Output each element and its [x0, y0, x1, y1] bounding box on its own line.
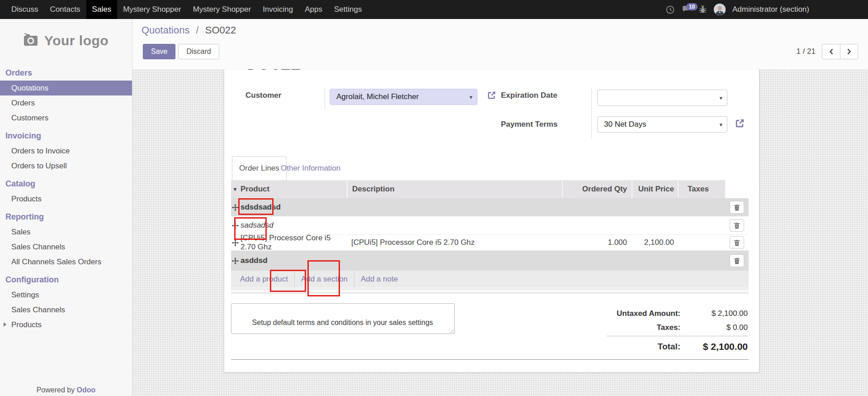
tab-order-lines[interactable]: Order Lines	[232, 156, 287, 180]
nav-item-discuss[interactable]: Discuss	[5, 0, 44, 19]
horizontal-scrollbar[interactable]	[231, 289, 749, 293]
customer-field[interactable]: Agrolait, Michel Fletcher ▾	[330, 89, 477, 105]
delete-row-button[interactable]	[730, 219, 744, 232]
table-row-section-1[interactable]: sdsdsadsd	[231, 198, 749, 216]
section-title-reporting: Reporting	[0, 210, 132, 224]
customer-external-link-icon[interactable]	[486, 90, 497, 102]
messages-icon[interactable]: 10	[682, 5, 692, 14]
table-row-note[interactable]: sadsadsd	[231, 216, 749, 234]
section-name-cell[interactable]: sdsdsadsd	[239, 198, 347, 216]
note-text-cell[interactable]: sadsadsd	[239, 216, 347, 234]
sidebar-item-products-config[interactable]: Products	[0, 317, 132, 332]
qty-cell	[562, 251, 632, 271]
payment-terms-value: 30 Net Days	[604, 120, 646, 129]
total-value: $ 2,100.00	[680, 338, 748, 355]
sidebar-item-products[interactable]: Products	[0, 191, 132, 206]
terms-and-conditions-textarea[interactable]: Setup default terms and conditions in yo…	[231, 303, 455, 334]
odoo-brand-link[interactable]: Odoo	[77, 386, 96, 394]
description-cell	[347, 198, 562, 216]
add-a-section-link[interactable]: Add a section	[295, 274, 354, 285]
price-cell	[632, 251, 678, 271]
table-row-product[interactable]: [CPUi5] Processor Core i5 2.70 Ghz [CPUi…	[231, 234, 749, 251]
user-avatar[interactable]	[714, 4, 726, 15]
debug-bug-icon[interactable]	[698, 5, 707, 14]
payment-terms-field[interactable]: 30 Net Days ▾	[597, 116, 727, 133]
delete-row-button[interactable]	[730, 254, 744, 267]
add-a-note-link[interactable]: Add a note	[354, 274, 404, 285]
payment-terms-external-link-icon[interactable]	[734, 118, 745, 131]
record-pager: 1 / 21	[796, 44, 858, 59]
column-header-taxes[interactable]: Taxes	[678, 180, 725, 198]
nav-item-sales[interactable]: Sales	[86, 0, 118, 19]
qty-cell	[562, 198, 632, 216]
tab-other-information[interactable]: Other Information	[281, 156, 340, 180]
sidebar-item-sales-channels-report[interactable]: Sales Channels	[0, 239, 132, 254]
nav-item-apps[interactable]: Apps	[299, 0, 328, 19]
price-cell	[632, 198, 678, 216]
nav-item-contacts[interactable]: Contacts	[44, 0, 86, 19]
product-cell[interactable]: [CPUi5] Processor Core i5 2.70 Ghz	[239, 235, 347, 250]
discard-button[interactable]: Discard	[178, 44, 219, 59]
total-label: Total:	[607, 338, 680, 355]
form-separator	[325, 87, 325, 110]
sidebar-item-orders-to-upsell[interactable]: Orders to Upsell	[0, 158, 132, 173]
nav-item-mystery-shopper-1[interactable]: Mystery Shopper	[117, 0, 187, 19]
pager-counter: 1 / 21	[796, 47, 816, 56]
add-a-product-link[interactable]: Add a product	[231, 274, 294, 285]
payment-terms-label: Payment Terms	[501, 120, 557, 129]
drag-handle-icon[interactable]	[231, 251, 239, 271]
drag-handle-icon[interactable]	[231, 216, 239, 234]
drag-handle-icon[interactable]	[231, 198, 239, 216]
pager-next-button[interactable]	[840, 44, 858, 59]
sidebar-item-settings[interactable]: Settings	[0, 287, 132, 302]
company-logo[interactable]: Your logo	[0, 19, 132, 62]
expiration-date-field[interactable]: ▾	[597, 90, 727, 106]
section-name-cell[interactable]: asddsd	[239, 251, 347, 271]
price-cell[interactable]: 2,100.00	[632, 235, 678, 250]
content-area: SO022 Customer Agrolait, Michel Fletcher…	[132, 69, 868, 396]
control-panel: Quotations / SO022 Save Discard 1 / 21	[132, 19, 868, 69]
taxes-cell[interactable]	[678, 235, 725, 250]
taxes-value: $ 0.00	[680, 320, 748, 334]
quotation-form-sheet: SO022 Customer Agrolait, Michel Fletcher…	[224, 69, 760, 372]
nav-item-invoicing[interactable]: Invoicing	[257, 0, 299, 19]
delete-row-button[interactable]	[730, 236, 744, 249]
powered-by-text: Powered by	[37, 386, 75, 394]
order-lines-table: ▾ Product Description Ordered Qty Unit P…	[231, 180, 749, 293]
sidebar-item-sales-report[interactable]: Sales	[0, 224, 132, 239]
sidebar-item-all-channels-sales-orders[interactable]: All Channels Sales Orders	[0, 254, 132, 269]
table-row-section-2[interactable]: asddsd	[231, 251, 749, 271]
user-name[interactable]: Administrator (section)	[732, 5, 809, 14]
column-header-actions	[725, 180, 749, 198]
delete-row-button[interactable]	[730, 201, 744, 214]
taxes-cell	[678, 198, 725, 216]
sidebar-item-orders[interactable]: Orders	[0, 95, 132, 110]
sidebar-item-orders-to-invoice[interactable]: Orders to Invoice	[0, 143, 132, 158]
optional-columns-caret-icon[interactable]: ▾	[231, 180, 239, 198]
breadcrumb-separator: /	[196, 24, 199, 36]
column-header-ordered-qty[interactable]: Ordered Qty	[562, 180, 632, 198]
pager-previous-button[interactable]	[822, 44, 840, 59]
column-header-unit-price[interactable]: Unit Price	[632, 180, 678, 198]
odoo-sales-quotation-page: Discuss Contacts Sales Mystery Shopper M…	[0, 0, 868, 396]
powered-by-odoo: Powered by Odoo	[0, 386, 132, 394]
save-button[interactable]: Save	[143, 44, 175, 59]
breadcrumb-quotations-link[interactable]: Quotations	[142, 24, 189, 36]
drag-handle-icon[interactable]	[231, 235, 239, 250]
section-title-invoicing: Invoicing	[0, 129, 132, 143]
sidebar-item-label: Products	[11, 320, 42, 329]
description-cell[interactable]: [CPUi5] Processor Core i5 2.70 Ghz	[347, 235, 562, 250]
resize-grip-icon[interactable]	[448, 328, 454, 333]
column-header-description[interactable]: Description	[347, 180, 562, 198]
dropdown-caret-icon: ▾	[719, 121, 722, 128]
sidebar-item-sales-channels-config[interactable]: Sales Channels	[0, 302, 132, 317]
nav-item-settings[interactable]: Settings	[328, 0, 368, 19]
sidebar-item-customers[interactable]: Customers	[0, 110, 132, 125]
activities-clock-icon[interactable]	[665, 5, 675, 14]
dropdown-caret-icon: ▾	[719, 95, 722, 101]
column-header-product[interactable]: Product	[239, 180, 347, 198]
qty-cell[interactable]: 1.000	[562, 235, 632, 250]
chevron-right-icon[interactable]	[4, 322, 6, 327]
sidebar-item-quotations[interactable]: Quotations	[0, 81, 132, 95]
nav-item-mystery-shopper-2[interactable]: Mystery Shopper	[187, 0, 257, 19]
